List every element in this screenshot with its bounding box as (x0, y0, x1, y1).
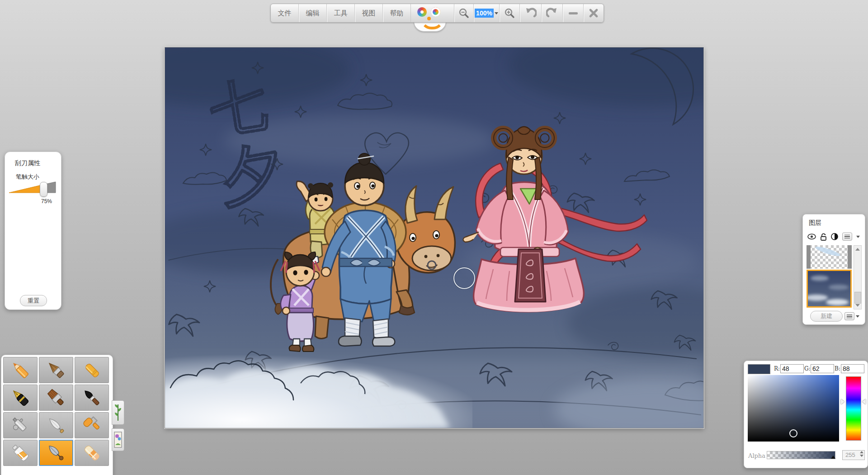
menu-view[interactable]: 视图 (354, 4, 382, 22)
tool-paint-tube[interactable] (3, 440, 38, 466)
g-label: G: (804, 366, 811, 372)
smiley-handle-icon (60, 168, 69, 184)
tool-crayon[interactable] (75, 357, 109, 383)
panel-drag-handle[interactable] (736, 371, 746, 401)
minimize-button[interactable] (562, 4, 583, 22)
brush-size-slider[interactable] (8, 181, 57, 199)
chevron-down-icon[interactable] (495, 12, 498, 14)
magnifier-plus-icon (504, 8, 515, 19)
saturation-value-square[interactable] (748, 375, 839, 442)
scroll-down-icon[interactable] (855, 304, 860, 307)
color-cursor[interactable] (789, 429, 797, 437)
tool-flat-brush[interactable] (39, 385, 73, 411)
menu-help[interactable]: 帮助 (382, 4, 410, 22)
slider-track[interactable] (8, 181, 57, 197)
fountain-pen-icon (5, 383, 35, 412)
sketch-char-xi: 夕 (213, 133, 288, 214)
tool-eraser[interactable] (75, 440, 109, 466)
menu-file[interactable]: 文件 (271, 4, 298, 22)
tool-paint-roller[interactable] (75, 412, 109, 438)
b-input[interactable] (841, 364, 864, 373)
menu-edit[interactable]: 编辑 (298, 4, 326, 22)
crayon-icon (77, 355, 106, 385)
undo-icon (525, 7, 537, 19)
alpha-gradient (767, 451, 835, 459)
tool-airbrush[interactable] (3, 412, 38, 438)
r-input[interactable] (780, 364, 804, 373)
tool-charcoal-pencil[interactable] (39, 357, 73, 383)
layer-item-sketch[interactable] (807, 245, 852, 269)
menu-icon (844, 312, 854, 320)
canvas[interactable]: 七 夕 (165, 47, 704, 428)
layer-blend-menu-button[interactable] (842, 233, 852, 241)
airbrush-icon (5, 410, 35, 440)
reset-button[interactable]: 重置 (20, 295, 47, 306)
logo-nose-icon (427, 17, 431, 20)
b-label: B: (835, 366, 840, 372)
layer-controls (807, 233, 861, 241)
zoom-level-combo[interactable]: 100% (473, 4, 499, 22)
palette-knife-icon (41, 410, 71, 440)
magnifier-minus-icon (458, 8, 469, 19)
slider-handle[interactable] (40, 182, 47, 197)
undo-button[interactable] (519, 4, 541, 22)
menu-tools[interactable]: 工具 (326, 4, 354, 22)
redo-icon (546, 7, 558, 19)
nature-brush-button[interactable] (112, 400, 124, 425)
spin-down-icon[interactable] (860, 455, 863, 457)
app-logo (410, 4, 454, 22)
scroll-up-icon[interactable] (855, 248, 860, 251)
logo-right-eye-icon (431, 7, 440, 17)
panel-drag-handle[interactable] (111, 362, 122, 392)
pencil-icon (5, 355, 35, 385)
tool-grid (3, 357, 111, 466)
g-input[interactable] (811, 364, 834, 373)
scraper-properties-panel: 刮刀属性 笔触大小 75% 重置 (5, 152, 61, 310)
alpha-slider[interactable] (767, 451, 835, 459)
contrast-icon[interactable] (831, 233, 838, 240)
minimize-icon (569, 12, 578, 14)
logo-smile-bump (414, 21, 446, 32)
hue-strip[interactable] (846, 376, 861, 441)
hue-marker-left[interactable] (841, 399, 844, 404)
scrollbar-thumb[interactable] (854, 292, 861, 304)
alpha-spinner[interactable]: 255 (842, 450, 865, 460)
tool-fountain-pen[interactable] (3, 385, 38, 411)
layers-panel: 图层 (802, 214, 865, 325)
zoom-out-button[interactable] (454, 4, 473, 22)
tool-scraper[interactable] (39, 440, 73, 466)
thumbnail-cloud (829, 285, 849, 290)
tool-palette-knife[interactable] (39, 412, 73, 438)
ink-brush-icon (77, 383, 106, 412)
sketch-char-qi: 七 (205, 71, 271, 142)
alpha-label: Alpha (748, 452, 765, 459)
zoom-in-button[interactable] (499, 4, 519, 22)
close-icon (589, 8, 599, 18)
chevron-down-icon[interactable] (856, 236, 860, 238)
new-layer-button[interactable]: 新建 (810, 311, 843, 322)
visibility-eye-icon[interactable] (807, 233, 816, 240)
sticker-tool-button[interactable] (112, 428, 124, 451)
layer-options-menu[interactable] (844, 312, 859, 320)
thumb-letterbox (807, 245, 811, 269)
lock-icon[interactable] (820, 233, 827, 241)
hue-marker-right[interactable] (862, 399, 866, 404)
redo-button[interactable] (541, 4, 562, 22)
thumbnail-cloud (807, 294, 828, 301)
current-color-swatch (748, 364, 770, 374)
color-picker-panel: R: G: B: Alpha 255 (744, 361, 868, 468)
logo-left-eye-icon (417, 7, 427, 17)
zoom-level-value: 100% (475, 9, 494, 18)
alpha-value: 255 (845, 451, 855, 458)
panel-drag-handle[interactable] (59, 161, 70, 191)
layer-item-sky[interactable] (807, 270, 852, 308)
panel-drag-handle[interactable] (794, 228, 804, 258)
layer-scrollbar[interactable] (854, 245, 862, 309)
alpha-marker[interactable] (831, 456, 835, 459)
smiley-handle-icon (795, 235, 804, 251)
spin-up-icon[interactable] (860, 451, 863, 453)
close-button[interactable] (583, 4, 604, 22)
tool-pencil[interactable] (3, 357, 38, 383)
tool-ink-brush[interactable] (75, 385, 109, 411)
canvas-artwork[interactable]: 七 夕 (165, 48, 703, 428)
